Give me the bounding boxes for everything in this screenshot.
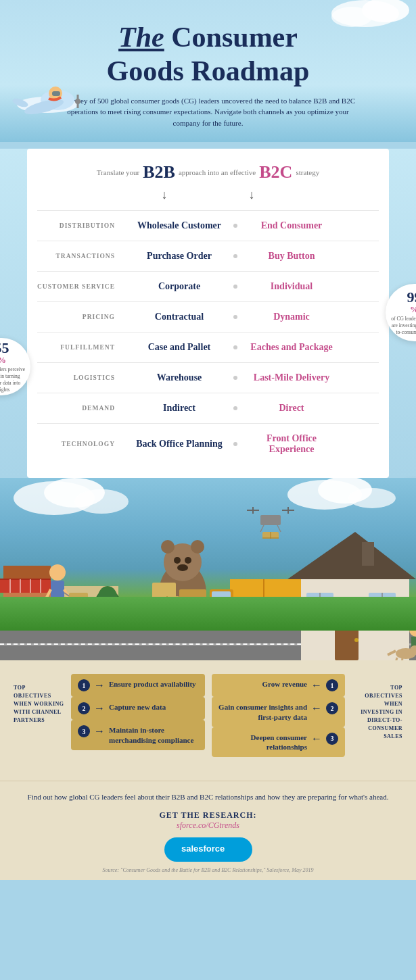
comparison-table: DISTRIBUTIONWholesale CustomerEnd Consum… xyxy=(37,210,379,464)
table-row: LOGISTICSWarehouseLast-Mile Delivery xyxy=(37,362,379,393)
objective-number: 1 xyxy=(326,679,338,691)
table-row: TECHNOLOGYBack Office PlanningFront Offi… xyxy=(37,423,379,464)
svg-point-13 xyxy=(74,489,129,514)
channel-header: Translate your B2B approach into an effe… xyxy=(37,162,379,182)
objectives-section: TOP OBJECTIVES WHEN WORKING WITH CHANNEL… xyxy=(0,660,416,781)
row-label-technology: TECHNOLOGY xyxy=(37,441,125,447)
b2b-arrow: ↓ xyxy=(162,188,168,202)
row-label-fulfillment: FULFILLMENT xyxy=(37,344,125,351)
objective-text: Capture new data xyxy=(109,702,166,712)
arrow-icon: → xyxy=(94,725,105,737)
svg-text:salesforce: salesforce xyxy=(181,843,225,854)
stat-99-number: 99 xyxy=(407,290,417,305)
svg-rect-88 xyxy=(362,542,374,566)
translate-post: strategy xyxy=(296,168,319,176)
header-section: The ConsumerGoods Roadmap A survey of 50… xyxy=(0,0,416,142)
row-b2c-value: Last-Mile Delivery xyxy=(237,372,346,383)
page-subtitle: A survey of 500 global consumer goods (C… xyxy=(60,95,357,129)
arrow-icon: → xyxy=(94,679,105,691)
scene-section xyxy=(0,478,416,660)
stat-99-symbol: % xyxy=(410,305,416,314)
objective-text: Deepen consumer relationships xyxy=(218,733,308,752)
arrow-icon: ← xyxy=(311,733,322,745)
salesforce-badge: salesforce xyxy=(164,837,252,862)
table-row: DEMANDIndirectDirect xyxy=(37,393,379,423)
airplane-icon xyxy=(7,68,81,122)
svg-point-57 xyxy=(191,540,204,554)
stat-55-bubble: 55 % of CG leaders perceive barriers in … xyxy=(0,338,30,395)
objective-text: Ensure product availability xyxy=(109,679,196,689)
arrows-row: ↓ ↓ xyxy=(37,188,379,202)
table-row: CUSTOMER SERVICECorporateIndividual xyxy=(37,271,379,301)
left-objective-item: 1→Ensure product availability xyxy=(71,674,205,697)
row-b2c-value: End Consumer xyxy=(237,220,346,231)
right-objective-item: 2←Gain consumer insights and first-party… xyxy=(212,697,346,727)
salesforce-logo-text: salesforce xyxy=(178,847,239,857)
table-row: PRICINGContractualDynamic xyxy=(37,301,379,332)
row-b2c-value: Buy Button xyxy=(237,251,346,262)
table-row: DISTRIBUTIONWholesale CustomerEnd Consum… xyxy=(37,210,379,241)
svg-rect-17 xyxy=(260,515,281,525)
row-label-customer-service: CUSTOMER SERVICE xyxy=(37,283,125,290)
row-label-demand: DEMAND xyxy=(37,405,125,412)
objective-number: 1 xyxy=(78,679,90,691)
svg-line-22 xyxy=(260,525,264,532)
arrow-icon: → xyxy=(94,702,105,714)
objective-number: 2 xyxy=(326,702,338,714)
svg-point-10 xyxy=(331,7,372,27)
arrow-icon: ← xyxy=(311,702,322,714)
svg-point-81 xyxy=(354,638,359,642)
stat-99-bubble: 99 % of CG leaders say they are investin… xyxy=(386,284,416,341)
svg-point-59 xyxy=(185,557,191,564)
row-b2c-value: Direct xyxy=(237,403,346,414)
row-b2b-value: Indirect xyxy=(125,403,233,414)
b2c-arrow: ↓ xyxy=(249,188,255,202)
stat-55-symbol: % xyxy=(0,356,6,364)
left-objective-item: 3→Maintain in-store merchandising compli… xyxy=(71,720,205,750)
b2b-label: B2B xyxy=(143,162,175,182)
objective-number: 3 xyxy=(326,733,338,745)
row-b2b-value: Case and Pallet xyxy=(125,342,233,353)
svg-marker-79 xyxy=(287,532,416,579)
row-b2b-value: Corporate xyxy=(125,281,233,292)
row-b2b-value: Contractual xyxy=(125,312,233,322)
row-label-pricing: PRICING xyxy=(37,314,125,320)
footer-link: sforce.co/CGtrends xyxy=(20,820,396,831)
row-b2b-value: Purchase Order xyxy=(125,251,233,262)
objectives-wrapper: TOP OBJECTIVES WHEN WORKING WITH CHANNEL… xyxy=(14,674,402,767)
row-b2b-value: Back Office Planning xyxy=(125,439,233,449)
objective-number: 2 xyxy=(78,702,90,714)
right-house xyxy=(281,525,416,660)
right-objective-item: 3←Deepen consumer relationships xyxy=(212,727,346,758)
svg-point-44 xyxy=(49,564,66,581)
arrow-icon: ← xyxy=(311,679,322,691)
right-objective-item: 1←Grow revenue xyxy=(212,674,346,697)
left-objective-item: 2→Capture new data xyxy=(71,697,205,720)
stat-99-desc: of CG leaders say they are investing in … xyxy=(390,316,416,335)
right-objectives-label: TOP OBJECTIVES WHEN INVESTING IN DIRECT-… xyxy=(352,674,402,741)
row-b2c-value: Eaches and Package xyxy=(237,342,346,353)
clouds-decoration xyxy=(0,0,416,41)
row-label-transactions: TRANSACTIONS xyxy=(37,253,125,260)
svg-point-58 xyxy=(174,557,181,564)
row-label-distribution: DISTRIBUTION xyxy=(37,222,125,229)
table-row: FULFILLMENTCase and PalletEaches and Pac… xyxy=(37,332,379,362)
objective-text: Maintain in-store merchandising complian… xyxy=(109,725,198,745)
svg-point-56 xyxy=(161,540,175,554)
translate-mid: approach into an effective xyxy=(179,168,256,176)
right-objectives: 1←Grow revenue2←Gain consumer insights a… xyxy=(212,674,346,757)
right-label-text: TOP OBJECTIVES WHEN INVESTING IN DIRECT-… xyxy=(352,684,402,741)
table-row: TRANSACTIONSPurchase OrderBuy Button xyxy=(37,241,379,271)
stat-55-desc: of CG leaders perceive barriers in turni… xyxy=(0,366,26,393)
main-card: Translate your B2B approach into an effe… xyxy=(27,149,389,478)
row-b2c-value: Dynamic xyxy=(237,312,346,322)
footer-text: Find out how global CG leaders feel abou… xyxy=(20,791,396,804)
objective-text: Gain consumer insights and first-party d… xyxy=(218,702,308,722)
translate-pre: Translate your xyxy=(97,168,139,176)
left-objectives: 1→Ensure product availability2→Capture n… xyxy=(71,674,205,750)
row-b2b-value: Warehouse xyxy=(125,372,233,383)
grass xyxy=(0,597,416,631)
row-b2c-value: Front Office Experience xyxy=(237,433,346,455)
svg-point-16 xyxy=(348,488,396,508)
left-objectives-label: TOP OBJECTIVES WHEN WORKING WITH CHANNEL… xyxy=(14,674,64,725)
